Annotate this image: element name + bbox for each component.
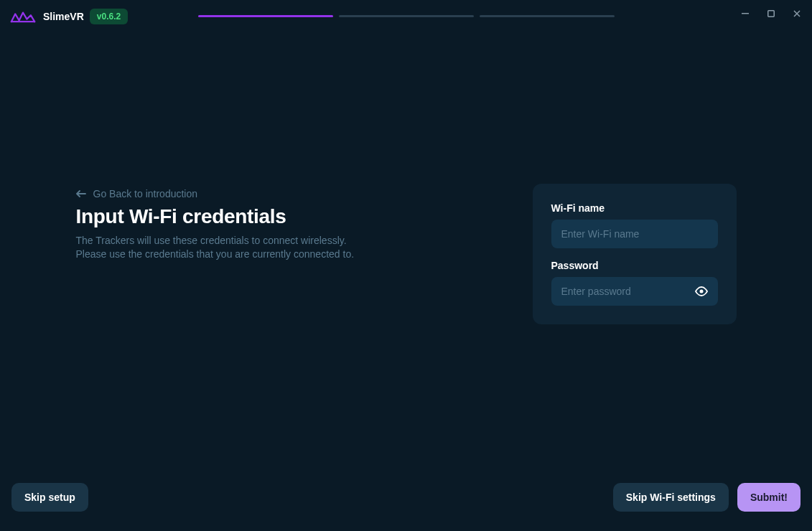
wifi-name-label: Wi-Fi name <box>551 202 718 214</box>
password-visibility-toggle[interactable] <box>695 286 708 296</box>
password-label: Password <box>551 260 718 271</box>
wifi-form-card: Wi-Fi name Password <box>533 184 737 324</box>
svg-rect-1 <box>768 11 775 17</box>
back-link-label: Go Back to introduction <box>93 188 198 199</box>
footer: Skip setup Skip Wi-Fi settings Submit! <box>0 475 812 531</box>
progress-step-1 <box>198 15 333 17</box>
minimize-button[interactable] <box>740 9 750 19</box>
svg-rect-0 <box>742 13 749 14</box>
maximize-button[interactable] <box>766 9 776 19</box>
app-name: SlimeVR <box>43 11 84 22</box>
titlebar: SlimeVR v0.6.2 <box>0 0 812 32</box>
app-logo-icon <box>10 9 36 24</box>
arrow-left-icon <box>76 189 86 198</box>
svg-point-2 <box>699 289 703 293</box>
intro-section: Go Back to introduction Input Wi-Fi cred… <box>76 184 511 262</box>
page-description: The Trackers will use these credentials … <box>76 234 511 262</box>
main-content: Go Back to introduction Input Wi-Fi cred… <box>0 32 812 475</box>
close-button[interactable] <box>792 9 802 19</box>
submit-button[interactable]: Submit! <box>737 483 801 512</box>
progress-step-2 <box>339 15 474 17</box>
wifi-name-input[interactable] <box>551 220 718 248</box>
page-title: Input Wi-Fi credentials <box>76 205 511 228</box>
progress-step-3 <box>480 15 615 17</box>
version-badge: v0.6.2 <box>90 9 128 24</box>
back-link[interactable]: Go Back to introduction <box>76 188 511 199</box>
password-input[interactable] <box>551 277 718 306</box>
skip-setup-button[interactable]: Skip setup <box>11 483 88 512</box>
eye-icon <box>695 286 708 296</box>
window-controls <box>740 9 802 19</box>
progress-indicator <box>198 15 615 17</box>
skip-wifi-button[interactable]: Skip Wi-Fi settings <box>613 483 729 512</box>
